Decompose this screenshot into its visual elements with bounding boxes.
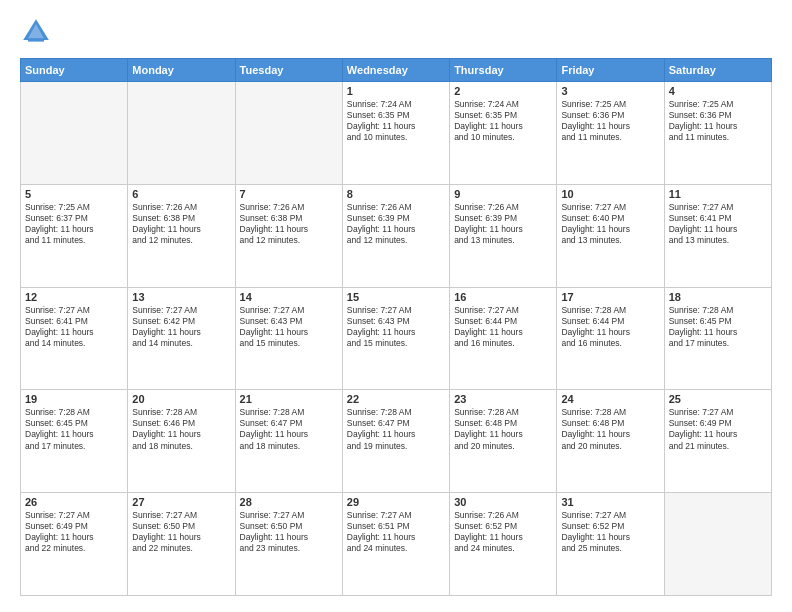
day-number: 13 — [132, 291, 230, 303]
cell-content: Sunrise: 7:26 AM Sunset: 6:39 PM Dayligh… — [454, 202, 552, 246]
day-number: 3 — [561, 85, 659, 97]
calendar-cell: 30Sunrise: 7:26 AM Sunset: 6:52 PM Dayli… — [450, 493, 557, 596]
cell-content: Sunrise: 7:24 AM Sunset: 6:35 PM Dayligh… — [454, 99, 552, 143]
day-number: 4 — [669, 85, 767, 97]
calendar-cell: 5Sunrise: 7:25 AM Sunset: 6:37 PM Daylig… — [21, 184, 128, 287]
calendar-cell: 20Sunrise: 7:28 AM Sunset: 6:46 PM Dayli… — [128, 390, 235, 493]
calendar-cell: 14Sunrise: 7:27 AM Sunset: 6:43 PM Dayli… — [235, 287, 342, 390]
calendar-cell: 15Sunrise: 7:27 AM Sunset: 6:43 PM Dayli… — [342, 287, 449, 390]
calendar-cell: 3Sunrise: 7:25 AM Sunset: 6:36 PM Daylig… — [557, 82, 664, 185]
calendar-cell: 18Sunrise: 7:28 AM Sunset: 6:45 PM Dayli… — [664, 287, 771, 390]
header — [20, 16, 772, 48]
weekday-header-friday: Friday — [557, 59, 664, 82]
calendar-cell: 7Sunrise: 7:26 AM Sunset: 6:38 PM Daylig… — [235, 184, 342, 287]
calendar-cell: 10Sunrise: 7:27 AM Sunset: 6:40 PM Dayli… — [557, 184, 664, 287]
cell-content: Sunrise: 7:27 AM Sunset: 6:40 PM Dayligh… — [561, 202, 659, 246]
svg-rect-2 — [28, 38, 44, 41]
logo-icon — [20, 16, 52, 48]
day-number: 27 — [132, 496, 230, 508]
day-number: 2 — [454, 85, 552, 97]
calendar-cell: 28Sunrise: 7:27 AM Sunset: 6:50 PM Dayli… — [235, 493, 342, 596]
weekday-header-thursday: Thursday — [450, 59, 557, 82]
calendar-cell: 19Sunrise: 7:28 AM Sunset: 6:45 PM Dayli… — [21, 390, 128, 493]
calendar-cell: 23Sunrise: 7:28 AM Sunset: 6:48 PM Dayli… — [450, 390, 557, 493]
day-number: 22 — [347, 393, 445, 405]
cell-content: Sunrise: 7:24 AM Sunset: 6:35 PM Dayligh… — [347, 99, 445, 143]
cell-content: Sunrise: 7:27 AM Sunset: 6:52 PM Dayligh… — [561, 510, 659, 554]
calendar-cell: 21Sunrise: 7:28 AM Sunset: 6:47 PM Dayli… — [235, 390, 342, 493]
cell-content: Sunrise: 7:28 AM Sunset: 6:48 PM Dayligh… — [561, 407, 659, 451]
calendar-cell: 4Sunrise: 7:25 AM Sunset: 6:36 PM Daylig… — [664, 82, 771, 185]
weekday-header-saturday: Saturday — [664, 59, 771, 82]
cell-content: Sunrise: 7:27 AM Sunset: 6:43 PM Dayligh… — [347, 305, 445, 349]
cell-content: Sunrise: 7:25 AM Sunset: 6:36 PM Dayligh… — [669, 99, 767, 143]
calendar-cell: 13Sunrise: 7:27 AM Sunset: 6:42 PM Dayli… — [128, 287, 235, 390]
calendar-cell — [235, 82, 342, 185]
calendar-cell: 16Sunrise: 7:27 AM Sunset: 6:44 PM Dayli… — [450, 287, 557, 390]
day-number: 17 — [561, 291, 659, 303]
calendar-cell: 2Sunrise: 7:24 AM Sunset: 6:35 PM Daylig… — [450, 82, 557, 185]
cell-content: Sunrise: 7:27 AM Sunset: 6:42 PM Dayligh… — [132, 305, 230, 349]
day-number: 11 — [669, 188, 767, 200]
calendar-week-row: 12Sunrise: 7:27 AM Sunset: 6:41 PM Dayli… — [21, 287, 772, 390]
calendar-cell: 11Sunrise: 7:27 AM Sunset: 6:41 PM Dayli… — [664, 184, 771, 287]
day-number: 1 — [347, 85, 445, 97]
day-number: 8 — [347, 188, 445, 200]
calendar-cell: 12Sunrise: 7:27 AM Sunset: 6:41 PM Dayli… — [21, 287, 128, 390]
day-number: 9 — [454, 188, 552, 200]
calendar-week-row: 26Sunrise: 7:27 AM Sunset: 6:49 PM Dayli… — [21, 493, 772, 596]
weekday-header-wednesday: Wednesday — [342, 59, 449, 82]
day-number: 7 — [240, 188, 338, 200]
cell-content: Sunrise: 7:26 AM Sunset: 6:39 PM Dayligh… — [347, 202, 445, 246]
cell-content: Sunrise: 7:27 AM Sunset: 6:49 PM Dayligh… — [669, 407, 767, 451]
weekday-header-sunday: Sunday — [21, 59, 128, 82]
calendar-cell: 24Sunrise: 7:28 AM Sunset: 6:48 PM Dayli… — [557, 390, 664, 493]
calendar-cell: 8Sunrise: 7:26 AM Sunset: 6:39 PM Daylig… — [342, 184, 449, 287]
cell-content: Sunrise: 7:27 AM Sunset: 6:43 PM Dayligh… — [240, 305, 338, 349]
calendar-table: SundayMondayTuesdayWednesdayThursdayFrid… — [20, 58, 772, 596]
day-number: 20 — [132, 393, 230, 405]
day-number: 16 — [454, 291, 552, 303]
page: SundayMondayTuesdayWednesdayThursdayFrid… — [0, 0, 792, 612]
weekday-header-monday: Monday — [128, 59, 235, 82]
day-number: 28 — [240, 496, 338, 508]
calendar-cell: 29Sunrise: 7:27 AM Sunset: 6:51 PM Dayli… — [342, 493, 449, 596]
calendar-cell — [21, 82, 128, 185]
calendar-week-row: 5Sunrise: 7:25 AM Sunset: 6:37 PM Daylig… — [21, 184, 772, 287]
day-number: 10 — [561, 188, 659, 200]
day-number: 30 — [454, 496, 552, 508]
day-number: 6 — [132, 188, 230, 200]
cell-content: Sunrise: 7:26 AM Sunset: 6:38 PM Dayligh… — [132, 202, 230, 246]
cell-content: Sunrise: 7:25 AM Sunset: 6:36 PM Dayligh… — [561, 99, 659, 143]
logo — [20, 16, 56, 48]
day-number: 24 — [561, 393, 659, 405]
calendar-cell: 17Sunrise: 7:28 AM Sunset: 6:44 PM Dayli… — [557, 287, 664, 390]
day-number: 18 — [669, 291, 767, 303]
calendar-cell — [128, 82, 235, 185]
calendar-cell: 22Sunrise: 7:28 AM Sunset: 6:47 PM Dayli… — [342, 390, 449, 493]
cell-content: Sunrise: 7:27 AM Sunset: 6:50 PM Dayligh… — [132, 510, 230, 554]
cell-content: Sunrise: 7:25 AM Sunset: 6:37 PM Dayligh… — [25, 202, 123, 246]
day-number: 25 — [669, 393, 767, 405]
cell-content: Sunrise: 7:26 AM Sunset: 6:52 PM Dayligh… — [454, 510, 552, 554]
cell-content: Sunrise: 7:27 AM Sunset: 6:41 PM Dayligh… — [669, 202, 767, 246]
cell-content: Sunrise: 7:26 AM Sunset: 6:38 PM Dayligh… — [240, 202, 338, 246]
cell-content: Sunrise: 7:28 AM Sunset: 6:47 PM Dayligh… — [240, 407, 338, 451]
weekday-header-tuesday: Tuesday — [235, 59, 342, 82]
day-number: 31 — [561, 496, 659, 508]
cell-content: Sunrise: 7:27 AM Sunset: 6:49 PM Dayligh… — [25, 510, 123, 554]
cell-content: Sunrise: 7:28 AM Sunset: 6:45 PM Dayligh… — [25, 407, 123, 451]
day-number: 14 — [240, 291, 338, 303]
cell-content: Sunrise: 7:28 AM Sunset: 6:48 PM Dayligh… — [454, 407, 552, 451]
day-number: 29 — [347, 496, 445, 508]
calendar-cell: 1Sunrise: 7:24 AM Sunset: 6:35 PM Daylig… — [342, 82, 449, 185]
calendar-cell: 31Sunrise: 7:27 AM Sunset: 6:52 PM Dayli… — [557, 493, 664, 596]
cell-content: Sunrise: 7:27 AM Sunset: 6:50 PM Dayligh… — [240, 510, 338, 554]
calendar-week-row: 1Sunrise: 7:24 AM Sunset: 6:35 PM Daylig… — [21, 82, 772, 185]
cell-content: Sunrise: 7:28 AM Sunset: 6:44 PM Dayligh… — [561, 305, 659, 349]
day-number: 21 — [240, 393, 338, 405]
day-number: 23 — [454, 393, 552, 405]
cell-content: Sunrise: 7:27 AM Sunset: 6:51 PM Dayligh… — [347, 510, 445, 554]
cell-content: Sunrise: 7:28 AM Sunset: 6:46 PM Dayligh… — [132, 407, 230, 451]
day-number: 15 — [347, 291, 445, 303]
